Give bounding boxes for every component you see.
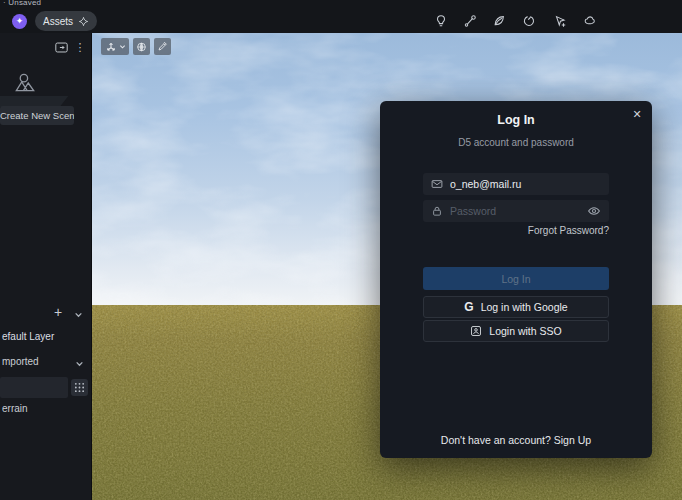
- top-bar: · Unsaved ✦ Assets: [0, 0, 682, 33]
- login-button[interactable]: Log In: [423, 267, 609, 290]
- add-layer-button[interactable]: +: [50, 305, 66, 321]
- more-options-button[interactable]: ⋮: [72, 39, 88, 55]
- password-input[interactable]: [450, 205, 580, 217]
- sso-login-button[interactable]: Login with SSO: [423, 320, 609, 342]
- google-icon: G: [464, 301, 473, 313]
- scene-thumbnail[interactable]: [12, 70, 38, 96]
- eye-icon[interactable]: [587, 204, 601, 218]
- lock-icon: [431, 205, 443, 217]
- layer-row-selected[interactable]: [0, 377, 68, 398]
- login-modal: ✕ Log In D5 account and password Forgot …: [380, 101, 652, 458]
- d5-render-app: · Unsaved ✦ Assets: [0, 0, 682, 500]
- assets-label: Assets: [43, 16, 73, 27]
- eyedropper-button[interactable]: [154, 38, 171, 55]
- weather-tool-icon: [583, 14, 597, 28]
- collapse-panel-button[interactable]: [53, 39, 69, 55]
- viewport-toolbar: [101, 38, 171, 55]
- sso-badge-icon: [470, 325, 482, 337]
- chevron-down-icon: [74, 310, 83, 319]
- lightbulb-icon: [434, 14, 448, 28]
- foliage-tool-icon: [492, 14, 506, 28]
- sso-login-label: Login with SSO: [489, 325, 561, 337]
- google-login-button[interactable]: G Log in with Google: [423, 296, 609, 318]
- modal-title: Log In: [380, 113, 652, 127]
- unsaved-label: · Unsaved: [3, 0, 41, 7]
- layer-item-default[interactable]: efault Layer: [2, 331, 54, 342]
- water-tool-icon: [522, 14, 536, 28]
- create-new-scene-button[interactable]: Create New Scene: [0, 106, 74, 125]
- chevron-down-icon: [75, 359, 84, 368]
- light-tool-button[interactable]: [430, 10, 452, 32]
- email-field[interactable]: [423, 173, 609, 195]
- forgot-password-link[interactable]: Forgot Password?: [528, 225, 609, 236]
- sidebar: ⋮ Create New Scene + efault Layer mporte…: [0, 33, 91, 500]
- modal-subtitle: D5 account and password: [380, 137, 652, 148]
- more-options-icon: ⋮: [75, 44, 86, 50]
- globe-button[interactable]: [133, 38, 150, 55]
- signup-row: Don't have an account? Sign Up: [380, 434, 652, 446]
- water-tool-button[interactable]: [518, 10, 540, 32]
- collapse-panel-icon: [55, 42, 68, 53]
- d5-logo[interactable]: ✦: [12, 14, 27, 29]
- grid-handle-icon: [74, 382, 85, 393]
- imported-collapse-button[interactable]: [73, 357, 85, 369]
- scene-landscape-icon: [12, 70, 38, 96]
- email-input[interactable]: [450, 178, 601, 190]
- path-tool-icon: [463, 14, 477, 28]
- ai-sparkle-icon: [78, 16, 89, 27]
- grid-handle-button[interactable]: [71, 379, 88, 396]
- weather-tool-button[interactable]: [579, 10, 601, 32]
- foliage-tool-button[interactable]: [488, 10, 510, 32]
- envelope-icon: [431, 178, 443, 190]
- select-add-icon: [553, 14, 567, 28]
- layer-group-imported[interactable]: mported: [2, 356, 39, 367]
- assets-button[interactable]: Assets: [35, 11, 97, 31]
- transform-tool-icon: [105, 41, 117, 53]
- google-login-label: Log in with Google: [481, 301, 568, 313]
- transform-tool-button[interactable]: [101, 38, 129, 55]
- layer-item-terrain[interactable]: errain: [2, 403, 28, 414]
- layers-collapse-button[interactable]: [72, 308, 84, 320]
- eyedropper-icon: [157, 41, 168, 52]
- chevron-down-icon: [119, 43, 126, 50]
- globe-icon: [136, 41, 147, 53]
- path-tool-button[interactable]: [459, 10, 481, 32]
- select-add-button[interactable]: [549, 10, 571, 32]
- signup-link[interactable]: Sign Up: [554, 434, 591, 446]
- signup-prefix: Don't have an account?: [441, 434, 551, 446]
- password-field[interactable]: [423, 200, 609, 222]
